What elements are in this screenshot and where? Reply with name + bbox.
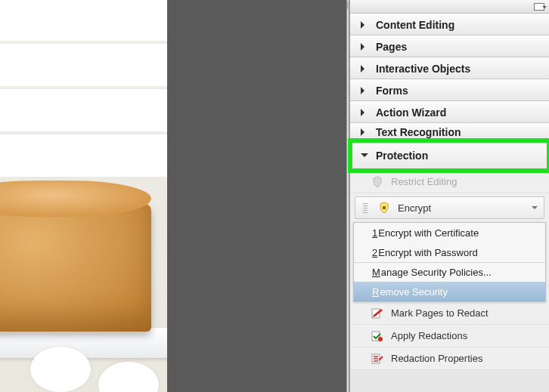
canvas-background <box>167 0 346 392</box>
document-viewport[interactable] <box>0 0 167 392</box>
shield-lock-icon <box>378 202 390 214</box>
section-label: Content Editing <box>376 19 454 31</box>
document-page-image <box>0 0 167 392</box>
menu-label: anage Security Policies... <box>381 267 492 278</box>
manage-security-policies[interactable]: Manage Security Policies... <box>354 262 545 282</box>
chevron-right-icon <box>361 43 368 51</box>
menu-label: Encrypt with Certificate <box>378 227 479 239</box>
remove-security[interactable]: Remove Security <box>354 282 545 301</box>
section-label: Text Recognition <box>376 126 461 138</box>
chevron-down-icon <box>532 206 538 212</box>
menu-accel: R <box>372 286 379 298</box>
encrypt-with-password[interactable]: 2 Encrypt with Password <box>354 242 545 262</box>
section-protection[interactable]: Protection <box>350 140 549 171</box>
chevron-right-icon <box>361 128 368 136</box>
item-label: Restrict Editing <box>391 176 457 187</box>
chevron-right-icon <box>361 21 368 29</box>
section-label: Forms <box>376 85 408 97</box>
chevron-right-icon <box>361 87 368 94</box>
shield-icon <box>371 176 383 188</box>
section-label: Pages <box>376 41 407 53</box>
protection-panel: Restrict Editing Encrypt 1 Encrypt with … <box>350 171 549 370</box>
section-action-wizard[interactable]: Action Wizard <box>350 101 549 123</box>
chevron-right-icon <box>361 109 368 116</box>
redact-apply-icon <box>371 330 383 342</box>
sidebar-options-bar <box>350 0 549 14</box>
item-label: Mark Pages to Redact <box>391 307 489 319</box>
drag-grip-icon <box>363 202 368 213</box>
section-label: Action Wizard <box>376 106 446 119</box>
redact-mark-icon <box>371 307 383 319</box>
app-root: Content Editing Pages Interactive Object… <box>0 0 549 392</box>
redact-properties-icon <box>371 353 383 365</box>
redaction-properties[interactable]: Redaction Properties <box>350 347 549 370</box>
section-content-editing[interactable]: Content Editing <box>350 14 549 35</box>
encrypt-dropdown[interactable]: Encrypt <box>355 196 544 219</box>
encrypt-menu: 1 Encrypt with Certificate 2 Encrypt wit… <box>353 222 546 302</box>
section-text-recognition[interactable]: Text Recognition <box>350 123 549 140</box>
tools-sidebar: Content Editing Pages Interactive Object… <box>349 0 549 392</box>
svg-point-3 <box>378 337 383 341</box>
mark-pages-to-redact[interactable]: Mark Pages to Redact <box>350 302 549 325</box>
restrict-editing-item: Restrict Editing <box>350 171 549 193</box>
section-label: Protection <box>376 150 428 162</box>
section-forms[interactable]: Forms <box>350 79 549 101</box>
dropdown-label: Encrypt <box>398 202 431 214</box>
section-label: Interactive Objects <box>376 63 470 75</box>
menu-label: Encrypt with Password <box>378 247 478 258</box>
menu-label: emove Security <box>380 286 448 298</box>
splitter-grip-icon <box>347 2 349 9</box>
apply-redactions[interactable]: Apply Redactions <box>350 325 549 347</box>
menu-accel: 2 <box>372 247 377 258</box>
section-pages[interactable]: Pages <box>350 35 549 57</box>
panel-options-icon[interactable] <box>534 3 544 11</box>
encrypt-with-certificate[interactable]: 1 Encrypt with Certificate <box>354 223 545 242</box>
panel-splitter[interactable] <box>346 0 349 392</box>
chevron-down-icon <box>361 153 368 161</box>
item-label: Apply Redactions <box>391 330 467 341</box>
menu-accel: 1 <box>372 227 377 239</box>
menu-accel: M <box>372 267 380 278</box>
svg-rect-0 <box>383 206 386 209</box>
section-interactive-objects[interactable]: Interactive Objects <box>350 57 549 79</box>
item-label: Redaction Properties <box>391 353 482 364</box>
chevron-right-icon <box>361 65 368 73</box>
